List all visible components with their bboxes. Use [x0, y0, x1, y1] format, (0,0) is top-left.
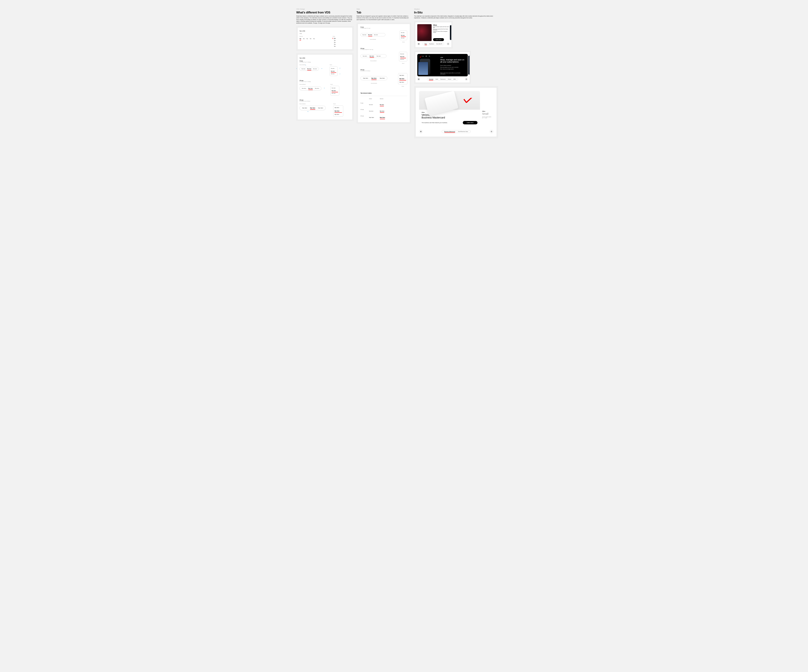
- svg-rect-20: [421, 132, 421, 132]
- vds-vtab[interactable]: Tab: [333, 44, 336, 45]
- state-vtab[interactable]: Nav item: [399, 81, 406, 83]
- info-icon[interactable]: [490, 130, 493, 133]
- vds-horizontal-group: Horizontal Tab Tab Tab Tab Tab: [299, 35, 315, 47]
- tab-overview[interactable]: Overview: [429, 79, 433, 80]
- rds-tab[interactable]: Nav item: [308, 87, 313, 89]
- learn-more-button[interactable]: Learn more: [433, 38, 444, 41]
- state-tab[interactable]: Nav item: [374, 34, 378, 36]
- states-selected[interactable]: Nav item: [380, 104, 384, 105]
- play-sub: Free for Verizon customers*: [440, 65, 465, 66]
- peek-body: Access great deals 8.7 – 8.13.: [482, 116, 492, 118]
- states-row-size: 3XLarge: [361, 115, 369, 118]
- eyebrow-vds: VDS Change: [296, 8, 354, 10]
- rds-tab[interactable]: Nav item: [307, 68, 311, 70]
- states-default[interactable]: Nav item: [369, 117, 374, 118]
- state-hlabel: Horizontal (default): [361, 60, 386, 61]
- rds-vtab[interactable]: Nav item: [331, 68, 336, 69]
- states-selected[interactable]: Nav item: [380, 117, 385, 118]
- state-vtab[interactable]: Nav item: [401, 32, 406, 33]
- dim-gap: 48: [321, 68, 322, 69]
- size-3xlarge-spec: Def: 200x080 / 24 px / 6.0 Default: [299, 101, 351, 102]
- state-tab[interactable]: Nav item: [368, 34, 372, 36]
- rds-vtab[interactable]: Nav item: [332, 87, 338, 89]
- state-tab[interactable]: Nav item: [371, 77, 377, 79]
- state-size-spec: XL 128x48 / Body S: 16 / Label: [361, 28, 407, 29]
- info-icon[interactable]: [465, 78, 468, 81]
- vds-tab[interactable]: Tab: [313, 38, 315, 40]
- state-vtab[interactable]: Nav item: [399, 78, 406, 80]
- vds-vtab[interactable]: Tab: [333, 38, 336, 39]
- rds-tab[interactable]: Nav item: [302, 87, 306, 89]
- svg-rect-17: [420, 131, 421, 131]
- peek-title: Small: [482, 113, 492, 115]
- rds-vtab[interactable]: Nav item: [334, 107, 342, 108]
- state-vtab[interactable]: Nav item: [400, 53, 406, 55]
- states-row-size: 2XLarge: [361, 109, 369, 112]
- rds-vtab[interactable]: Nav item: [331, 70, 336, 72]
- grid-icon[interactable]: [419, 130, 422, 133]
- state-hlabel: Horizontal (default): [361, 39, 386, 40]
- state-size-name: 2XLarge: [361, 48, 407, 49]
- state-hlabel: Horizontal (default): [361, 83, 387, 84]
- state-tab[interactable]: Nav item: [363, 55, 367, 57]
- state-tab[interactable]: Nav item: [380, 77, 385, 79]
- tab-amc[interactable]: AMC+: [454, 79, 456, 80]
- state-vlabel: Vertical: [402, 63, 404, 64]
- vds-vtab[interactable]: Tab: [333, 46, 336, 47]
- state-tab[interactable]: Nav item: [362, 34, 366, 36]
- grid-icon[interactable]: [417, 78, 420, 81]
- vds-tab[interactable]: Tab: [303, 38, 304, 40]
- tab-xbox[interactable]: Xbox: [425, 43, 427, 45]
- rds-vtab[interactable]: Nav item: [334, 110, 342, 112]
- state-vtab[interactable]: Nav item: [401, 34, 406, 36]
- grid-icon[interactable]: [417, 42, 420, 45]
- rds-tab[interactable]: Nav item: [313, 68, 317, 70]
- vds-vtab[interactable]: Tab: [333, 40, 336, 41]
- panel-tab-in-vds: Tab in VDS Large Horizontal Tab Tab Tab …: [296, 26, 354, 51]
- states-selected[interactable]: Nav item: [380, 110, 384, 112]
- body-state: Retail Tabs are designed to group and or…: [357, 15, 411, 20]
- state-tab[interactable]: Nav item: [377, 55, 381, 57]
- body-insitu: The retail tab is an essential component…: [414, 15, 498, 19]
- xbox-line: Access hundreds of games with Xbox Game …: [433, 26, 449, 28]
- rds-tab[interactable]: Nav item: [302, 107, 307, 109]
- tab-paramount[interactable]: Paramount+: [441, 79, 446, 80]
- state-vtab[interactable]: Nav item: [399, 74, 406, 76]
- state-tab[interactable]: Nav item: [363, 77, 368, 79]
- state-vtab[interactable]: Nav item: [400, 58, 406, 60]
- xbox-line: Get next-gen speed with the Xbox Velocit…: [433, 29, 449, 31]
- dim-h: 52: [296, 68, 297, 69]
- tab-playstation[interactable]: PlayStation: [429, 43, 434, 45]
- vds-tab[interactable]: Tab: [306, 38, 308, 40]
- state-vtab[interactable]: Nav item: [400, 56, 406, 58]
- states-default[interactable]: Nav item: [369, 104, 373, 105]
- col-selected: Selected: [380, 98, 391, 99]
- state-tab[interactable]: Nav item: [370, 55, 374, 57]
- info-icon[interactable]: [447, 42, 449, 45]
- vds-tab[interactable]: Tab: [310, 38, 311, 40]
- rds-tab[interactable]: Nav item: [315, 87, 319, 89]
- rds-vtab[interactable]: Nav item: [332, 92, 338, 94]
- rds-vtab[interactable]: Nav item: [331, 73, 336, 75]
- vds-vtab[interactable]: Tab: [333, 42, 336, 43]
- tab-small-business-days[interactable]: Small Business Days: [458, 131, 468, 132]
- rds-3xl-vertical: Vertical Nav item Nav item Nav item: [333, 103, 343, 117]
- learn-more-button[interactable]: Learn more: [463, 121, 477, 124]
- vds-tab[interactable]: Tab: [299, 38, 301, 40]
- states-default[interactable]: Nav item: [369, 110, 373, 112]
- state-vtab[interactable]: Nav item: [401, 37, 406, 39]
- states-heading: Tab element states: [361, 92, 407, 94]
- size-xlarge: XLarge: [299, 60, 351, 62]
- tab-business-mastercard[interactable]: Business Mastercard: [444, 131, 455, 132]
- rds-vtab[interactable]: Nav item: [332, 90, 338, 92]
- tab-netflix[interactable]: Netflix: [436, 79, 438, 80]
- rds-tab[interactable]: Nav item: [318, 107, 323, 109]
- tab-peloton[interactable]: Peloton: [448, 79, 451, 80]
- rds-tab[interactable]: Nav item: [302, 68, 306, 70]
- svg-rect-3: [419, 44, 419, 44]
- rds-vtab[interactable]: Nav item: [334, 113, 342, 115]
- col-default: Default: [369, 98, 380, 99]
- insitu-panel-play: +play Shop, manage and save on all your …: [414, 51, 471, 84]
- rds-tab[interactable]: Nav item: [310, 107, 315, 109]
- tab-xbox-elite[interactable]: Xbox Elite PK: [436, 43, 442, 45]
